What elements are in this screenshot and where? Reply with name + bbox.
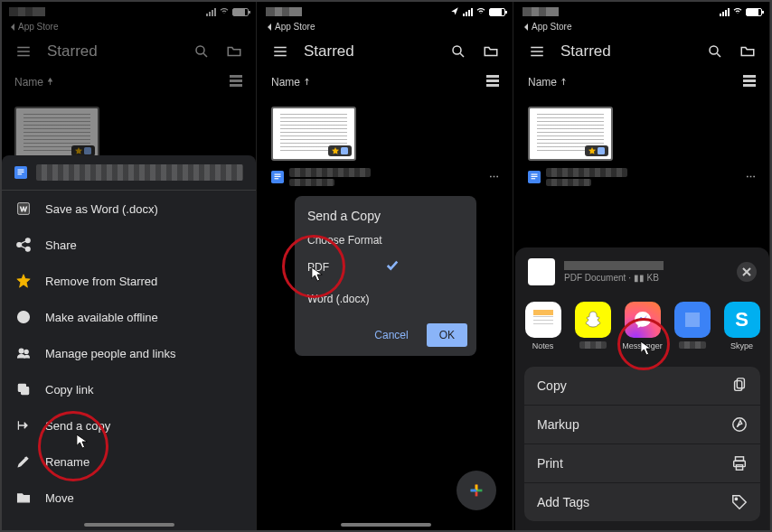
clock-blur [523,7,559,16]
doc-thumb-icon [528,258,555,285]
file-name-redacted [289,168,371,177]
wifi-icon [476,6,485,17]
menu-available-offline[interactable]: Make available offline [2,299,256,335]
svg-point-44 [735,498,737,499]
action-print[interactable]: Print [524,444,760,483]
sort-row: Name [2,70,256,98]
share-app-skype[interactable]: S Skype [721,302,762,350]
folder-icon[interactable] [225,42,243,61]
svg-rect-43 [736,465,742,470]
svg-point-12 [19,349,24,353]
notes-app-icon [525,302,561,338]
svg-rect-7 [18,172,24,173]
action-copy[interactable]: Copy [524,367,760,406]
phone-frame-3: App Store Starred Name ⋯ PDF Document · … [515,2,770,530]
phone-frame-1: App Store Starred Name WSave as Word (.d… [2,2,257,530]
app-label-redacted [679,341,706,349]
sort-button[interactable]: Name [14,76,54,89]
svg-rect-20 [341,147,348,154]
app-bar: Starred [2,33,256,70]
search-icon[interactable] [449,42,467,61]
menu-icon[interactable] [271,42,289,61]
menu-save-as-word[interactable]: WSave as Word (.docx) [2,191,256,227]
more-icon[interactable]: ⋯ [746,172,757,183]
battery-icon [746,8,762,16]
action-markup[interactable]: Markup [524,406,760,444]
back-to-appstore[interactable]: App Store [259,20,513,33]
file-item[interactable] [528,107,615,161]
more-icon[interactable]: ⋯ [489,172,500,183]
sort-button[interactable]: Name [271,76,311,89]
menu-copy-link[interactable]: Copy link [2,371,256,407]
starred-badge [585,145,608,156]
menu-send-a-copy[interactable]: Send a copy [2,407,256,443]
view-toggle-icon[interactable] [229,73,243,90]
menu-move[interactable]: Move [2,480,256,516]
svg-rect-6 [18,170,24,171]
svg-rect-4 [84,147,91,154]
svg-rect-18 [486,79,499,82]
fab-new[interactable] [457,471,496,510]
search-icon[interactable] [706,42,724,61]
markup-icon [731,416,748,433]
home-indicator [341,523,431,527]
sort-row: Name [515,70,769,98]
file-row[interactable]: ⋯ [515,164,769,190]
location-icon [450,6,459,17]
menu-share[interactable]: Share [2,227,256,263]
back-to-appstore[interactable]: App Store [515,20,769,33]
format-option-word[interactable]: Word (.docx) [295,284,476,314]
svg-rect-26 [743,75,756,78]
page-title: Starred [304,42,435,61]
status-bar [2,2,256,20]
dialog-title: Send a Copy [295,196,476,230]
svg-rect-33 [532,178,536,179]
menu-icon[interactable] [14,42,33,61]
share-actions-list: Copy Markup Print Add Tags [524,367,760,521]
file-row[interactable]: ⋯ [259,164,513,190]
app-bar: Starred [515,33,769,70]
home-indicator [84,523,174,527]
menu-icon[interactable] [528,42,546,61]
svg-rect-31 [532,174,538,175]
starred-badge [328,145,352,156]
context-menu-sheet: WSave as Word (.docx) Share Remove from … [2,155,256,530]
signal-icon [463,8,473,16]
svg-point-0 [196,46,204,54]
svg-rect-23 [275,176,281,177]
folder-icon[interactable] [482,42,500,61]
folder-icon[interactable] [739,42,757,61]
menu-rename[interactable]: Rename [2,443,256,480]
view-toggle-icon[interactable] [485,73,500,90]
format-option-pdf[interactable]: PDF [295,250,476,284]
file-item[interactable] [271,107,358,161]
status-bar [259,2,513,20]
share-app-notes[interactable]: Notes [523,302,563,350]
sort-button[interactable]: Name [528,76,568,89]
share-app-messenger[interactable]: Messenger [622,302,663,350]
share-app-redacted[interactable] [672,302,712,350]
ok-button[interactable]: OK [427,323,467,347]
search-icon[interactable] [193,42,211,61]
back-to-appstore[interactable]: App Store [2,20,256,33]
cancel-button[interactable]: Cancel [362,323,420,347]
menu-remove-starred[interactable]: Remove from Starred [2,263,256,299]
file-item[interactable] [14,107,101,161]
share-apps-row: Notes Messenger S Skype [515,296,769,361]
svg-text:W: W [20,205,27,213]
share-app-snap[interactable] [572,302,613,350]
battery-icon [232,8,249,16]
sheet-header [2,155,256,191]
svg-rect-19 [486,84,499,87]
share-filename-redacted [564,261,664,270]
menu-manage-people[interactable]: Manage people and links [2,335,256,371]
svg-rect-22 [275,174,281,175]
view-toggle-icon[interactable] [742,73,757,90]
send-copy-dialog: Send a Copy Choose Format PDF Word (.doc… [295,196,476,356]
svg-rect-17 [486,75,499,78]
close-icon[interactable] [737,262,757,282]
svg-rect-28 [743,84,756,87]
share-file-meta: PDF Document · ▮▮ KB [564,273,728,283]
svg-rect-24 [275,178,279,179]
action-add-tags[interactable]: Add Tags [524,483,760,521]
